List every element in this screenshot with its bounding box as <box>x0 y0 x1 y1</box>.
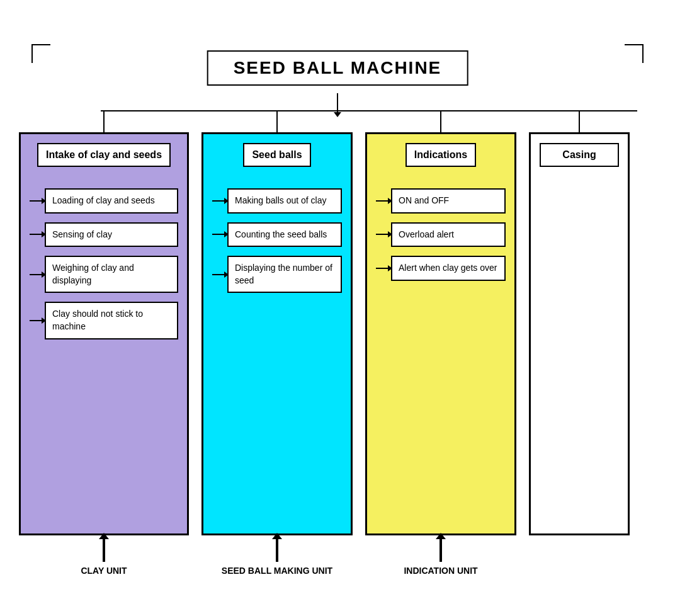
indication-column: Indications ON and OFF Overload alert Al… <box>365 110 516 576</box>
indication-arrow-2 <box>376 234 389 235</box>
casing-arrow-down <box>579 110 580 132</box>
clay-arrow-4 <box>30 320 42 321</box>
seed-item-2: Counting the seed balls <box>212 222 342 248</box>
seed-arrow-3 <box>212 274 225 275</box>
seed-label: SEED BALL MAKING UNIT <box>222 566 332 576</box>
indication-up-arrow <box>440 539 442 562</box>
clay-label: CLAY UNIT <box>81 566 127 576</box>
clay-arrow-3 <box>30 274 42 275</box>
indication-item-box-1: ON and OFF <box>391 188 506 214</box>
casing-body: Casing <box>529 132 630 535</box>
clay-item-box-3: Weighing of clay and displaying <box>45 256 178 293</box>
indication-arrow-down <box>440 110 441 132</box>
indication-item-box-2: Overload alert <box>391 222 506 248</box>
seed-arrow-1 <box>212 200 225 202</box>
indication-item-2: Overload alert <box>376 222 506 248</box>
clay-body: Intake of clay and seeds Loading of clay… <box>19 132 189 535</box>
seed-item-box-3: Displaying the number of seed <box>227 256 342 293</box>
clay-header: Intake of clay and seeds <box>37 143 171 167</box>
horizontal-connector <box>101 110 637 111</box>
clay-item-2: Sensing of clay <box>30 222 178 248</box>
clay-item-3: Weighing of clay and displaying <box>30 256 178 293</box>
corner-top-right <box>625 44 644 63</box>
clay-item-1: Loading of clay and seeds <box>30 188 178 214</box>
clay-column: Intake of clay and seeds Loading of clay… <box>19 110 189 576</box>
indication-item-3: Alert when clay gets over <box>376 256 506 281</box>
seed-item-3: Displaying the number of seed <box>212 256 342 293</box>
indication-header: Indications <box>406 143 476 167</box>
clay-item-box-4: Clay should not stick to machine <box>45 302 178 339</box>
indication-item-1: ON and OFF <box>376 188 506 214</box>
seed-item-box-2: Counting the seed balls <box>227 222 342 248</box>
clay-arrow-2 <box>30 234 42 235</box>
seed-arrow-2 <box>212 234 225 235</box>
diagram-title: SEED BALL MACHINE <box>207 50 468 86</box>
clay-item-box-1: Loading of clay and seeds <box>45 188 178 214</box>
clay-arrow-1 <box>30 200 42 202</box>
clay-up-arrow <box>103 539 105 562</box>
seed-item-box-1: Making balls out of clay <box>227 188 342 214</box>
seed-column: Seed balls Making balls out of clay Coun… <box>201 110 353 576</box>
casing-header: Casing <box>540 143 619 167</box>
seed-body: Seed balls Making balls out of clay Coun… <box>201 132 353 535</box>
indication-item-box-3: Alert when clay gets over <box>391 256 506 281</box>
indication-arrow-3 <box>376 268 389 269</box>
clay-item-4: Clay should not stick to machine <box>30 302 178 339</box>
seed-item-1: Making balls out of clay <box>212 188 342 214</box>
casing-column: Casing <box>529 110 630 535</box>
indication-label: INDICATION UNIT <box>404 566 477 576</box>
seed-arrow-down <box>276 110 278 132</box>
indication-arrow-1 <box>376 200 389 202</box>
clay-arrow-down <box>103 110 105 132</box>
clay-item-box-2: Sensing of clay <box>45 222 178 248</box>
corner-top-left <box>31 44 50 63</box>
indication-body: Indications ON and OFF Overload alert Al… <box>365 132 516 535</box>
seed-up-arrow <box>276 539 278 562</box>
title-down-arrow <box>337 93 338 112</box>
seed-header: Seed balls <box>243 143 310 167</box>
